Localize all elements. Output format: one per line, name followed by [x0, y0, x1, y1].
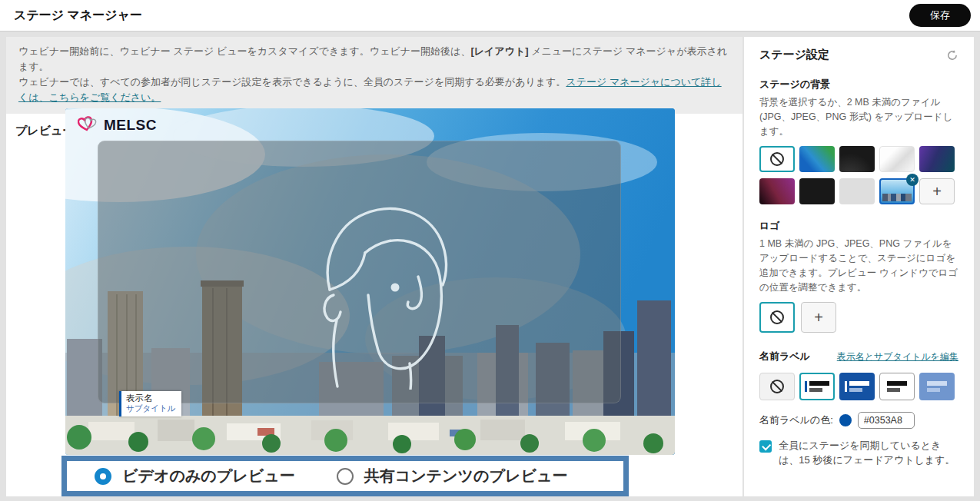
logo-heading: ロゴ — [759, 219, 958, 233]
logo-option-none[interactable] — [759, 302, 795, 333]
notice-line-2: ウェビナーでは、すべての参加者が同じステージ設定を表示できるように、全員のステー… — [18, 75, 730, 105]
label-style-translucent[interactable] — [919, 373, 955, 400]
avatar-face-outline — [319, 197, 465, 390]
name-label-color-label: 名前ラベルの色: — [759, 413, 833, 427]
layout-menu-ref: [レイアウト] — [470, 45, 528, 57]
bg-swatch-light-gray[interactable] — [839, 178, 875, 204]
edit-display-name-link[interactable]: 表示名とサブタイトルを編集 — [837, 350, 958, 363]
fadeout-label: 全員にステージを同期しているときは、15 秒後にフェードアウトします。 — [779, 439, 958, 468]
label-style-light-stripe[interactable] — [799, 373, 835, 400]
background-heading: ステージの背景 — [759, 78, 958, 91]
bg-swatch-black[interactable] — [799, 178, 835, 204]
bg-swatch-crimson-purple[interactable] — [759, 178, 795, 204]
logo-description: 1 MB 未満の JPG、JPEG、PNG ファイルをアップロードすることで、ス… — [759, 237, 958, 294]
preview-panel: ウェビナー開始前に、ウェビナー ステージ ビューをカスタマイズできます。ウェビナ… — [6, 37, 742, 496]
settings-title: ステージ設定 — [759, 48, 829, 62]
bg-swatch-black-wave[interactable] — [839, 146, 875, 172]
app-header: ステージ マネージャー 保存 — [0, 0, 980, 32]
display-name: 表示名 — [126, 393, 175, 403]
bg-swatch-city-photo[interactable]: ✕ — [879, 178, 915, 204]
webinar-notice: ウェビナー開始前に、ウェビナー ステージ ビューをカスタマイズできます。ウェビナ… — [6, 37, 742, 114]
name-label-heading: 名前ラベル — [759, 350, 810, 363]
notice-line-1: ウェビナー開始前に、ウェビナー ステージ ビューをカスタマイズできます。ウェビナ… — [18, 44, 730, 75]
logo-options: + — [759, 302, 958, 333]
subtitle: サブタイトル — [126, 403, 175, 413]
ban-icon — [770, 380, 784, 393]
city-thumbnail-buildings — [882, 194, 912, 201]
color-hex-input[interactable] — [858, 412, 915, 429]
bg-swatch-blue-green[interactable] — [799, 146, 835, 172]
radio-video-only[interactable]: ビデオのみのプレビュー — [95, 466, 295, 486]
stage-settings-panel: ステージ設定 ステージの背景 背景を選択するか、2 MB 未満のファイル (JP… — [744, 37, 974, 496]
save-button[interactable]: 保存 — [909, 4, 971, 27]
melsc-heart-icon — [78, 115, 99, 135]
refresh-icon[interactable] — [946, 49, 958, 61]
bg-swatch-silver[interactable] — [879, 146, 915, 172]
ban-icon — [770, 152, 784, 166]
radio-selected-icon[interactable] — [95, 468, 111, 485]
label-style-none[interactable] — [759, 373, 795, 400]
upload-logo-button[interactable]: + — [801, 302, 836, 333]
background-description: 背景を選択するか、2 MB 未満のファイル (JPG、JPEG、PNG 形式) … — [759, 95, 958, 138]
upload-background-button[interactable]: + — [919, 178, 955, 204]
stage-preview: MELSC 表示名 サブタイトル — [65, 108, 675, 455]
ban-icon — [770, 310, 784, 324]
participant-name-tag[interactable]: 表示名 サブタイトル — [119, 391, 181, 416]
color-swatch[interactable] — [839, 414, 852, 426]
stage-logo: MELSC — [78, 115, 157, 135]
remove-background-icon[interactable]: ✕ — [906, 174, 919, 186]
fadeout-checkbox[interactable] — [759, 440, 772, 453]
label-style-light-plain[interactable] — [879, 373, 915, 400]
preview-mode-bar: ビデオのみのプレビュー 共有コンテンツのプレビュー — [61, 456, 629, 496]
bg-swatch-none[interactable] — [759, 146, 795, 172]
brand-name: MELSC — [104, 117, 157, 134]
name-label-styles — [759, 373, 958, 400]
radio-shared-content[interactable]: 共有コンテンツのプレビュー — [337, 466, 568, 486]
background-swatches: ✕ + — [759, 146, 958, 204]
page-title: ステージ マネージャー — [14, 8, 142, 24]
radio-unselected-icon[interactable] — [337, 468, 354, 485]
bg-swatch-purple-teal[interactable] — [919, 146, 955, 172]
label-style-dark-blue[interactable] — [839, 373, 875, 400]
